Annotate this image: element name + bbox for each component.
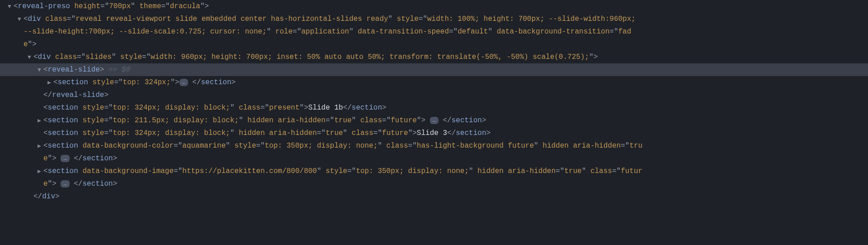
code-token: = [256, 142, 261, 150]
code-token: " [239, 116, 247, 125]
dom-row-6[interactable]: ▶<section style="top: 324px;">… </sectio… [0, 76, 868, 89]
code-token [274, 116, 278, 125]
dom-row-1[interactable]: ▼<div class="reveal reveal-viewport slid… [0, 13, 868, 25]
dom-row-4[interactable]: ▼<div class="slides" style="width: 960px… [0, 51, 868, 63]
code-token: style [235, 142, 256, 150]
dom-row-11[interactable]: ▶<section data-background-color="aquamar… [0, 139, 868, 152]
code-token: = [67, 15, 71, 23]
code-token: = [292, 28, 297, 36]
collapsed-children-icon[interactable]: … [430, 117, 439, 124]
expand-icon[interactable]: ▶ [36, 167, 42, 177]
code-token: --slide-height:700px; --slide-scale:0.72… [24, 28, 267, 36]
collapsed-children-icon[interactable]: … [179, 79, 188, 86]
code-token: style [82, 116, 104, 125]
collapse-icon[interactable]: ▼ [26, 53, 33, 63]
dom-row-8[interactable]: ▶<section style="top: 324px; display: bl… [0, 101, 868, 114]
code-token: " [226, 142, 234, 150]
dom-row-2[interactable]: ▶--slide-height:700px; --slide-scale:0.7… [0, 25, 868, 38]
dom-row-12[interactable]: ▶e"> … </section> [0, 152, 868, 165]
code-token: " [81, 53, 86, 61]
code-token: > [55, 192, 60, 201]
code-token: = [114, 78, 118, 86]
code-token: </ [343, 104, 352, 112]
code-token: > [486, 129, 491, 137]
collapse-icon[interactable]: ▼ [16, 14, 23, 25]
code-token: class [239, 104, 260, 112]
expand-icon[interactable]: ▶ [46, 78, 52, 88]
code-token: " [230, 129, 239, 137]
code-token: " [560, 167, 565, 175]
code-token [265, 129, 269, 137]
code-token: div [38, 53, 51, 61]
code-token: " [317, 167, 326, 175]
code-token: = [174, 167, 178, 175]
code-token: aria-hidden [269, 129, 317, 137]
code-token: e [43, 180, 48, 188]
no-toggle-icon: ▶ [36, 103, 42, 114]
code-token [504, 167, 508, 175]
code-token: top: 211.5px; display: block; [113, 116, 239, 125]
code-token: tru [629, 142, 642, 150]
dom-row-5[interactable]: ▼<reveal-slide> == $0 [0, 63, 868, 76]
dom-row-7[interactable]: ▶</reveal-slide> [0, 89, 868, 101]
code-token: top: 324px; display: block; [113, 129, 230, 137]
code-token: " [265, 104, 269, 112]
expand-icon[interactable]: ▶ [36, 116, 42, 126]
dom-row-9[interactable]: ▶<section style="top: 211.5px; display: … [0, 114, 868, 127]
collapsed-children-icon[interactable]: … [61, 155, 69, 162]
code-token: slides [85, 53, 112, 61]
code-token: data-background-image [82, 167, 174, 175]
code-token: < [43, 104, 48, 112]
code-token: reveal-slide [48, 66, 100, 74]
no-toggle-icon: ▶ [36, 129, 42, 139]
dom-row-14[interactable]: ▶e"> … </section> [0, 178, 868, 190]
code-token: section [48, 167, 78, 175]
code-token: > [594, 53, 598, 61]
code-token: " [108, 116, 113, 125]
collapse-icon[interactable]: ▼ [36, 65, 42, 76]
code-token: " [617, 167, 621, 175]
code-token: "> [408, 129, 417, 137]
expand-icon[interactable]: ▶ [36, 141, 42, 152]
code-token: section [352, 104, 382, 112]
code-token: class [590, 167, 612, 175]
code-token: " [488, 28, 496, 36]
collapsed-children-icon[interactable]: … [61, 180, 69, 187]
code-token: = [104, 116, 108, 125]
code-token: theme [139, 2, 161, 10]
dom-row-10[interactable]: ▶<section style="top: 324px; display: bl… [0, 127, 868, 139]
code-token: > [482, 116, 486, 125]
code-token: role [275, 28, 292, 36]
code-token: true [334, 116, 351, 125]
code-token: section [82, 180, 113, 188]
code-token: " [589, 53, 594, 61]
no-toggle-icon: ▶ [16, 40, 23, 50]
code-token: </ [70, 154, 83, 163]
dom-row-15[interactable]: ▶</div> [0, 190, 868, 203]
code-token: = [161, 2, 166, 10]
code-token [78, 142, 83, 150]
code-token: > [205, 2, 209, 10]
code-token: aria-hidden [573, 142, 621, 150]
code-token: section [201, 78, 231, 86]
code-token: " [352, 116, 360, 125]
code-token: " [131, 2, 139, 10]
dom-row-0[interactable]: ▼<reveal-preso height="700px" theme="dra… [0, 0, 868, 13]
collapse-icon[interactable]: ▼ [6, 2, 13, 12]
code-token: hidden [239, 129, 265, 137]
code-token: = [260, 104, 265, 112]
code-token: " [200, 2, 205, 10]
code-token: " [377, 129, 382, 137]
code-token: https://placekitten.com/800/800 [182, 167, 317, 175]
code-token: < [43, 142, 48, 150]
dom-row-3[interactable]: ▶e"> [0, 38, 868, 51]
dom-row-13[interactable]: ▶<section data-background-image="https:/… [0, 165, 868, 178]
code-token: style [82, 104, 104, 112]
code-token: </ [439, 116, 452, 125]
code-token: " [625, 142, 630, 150]
code-token: " [112, 53, 120, 61]
dom-tree: ▼<reveal-preso height="700px" theme="dra… [0, 0, 868, 203]
code-token: application [302, 28, 349, 36]
code-token: = [174, 142, 178, 150]
code-token [78, 129, 83, 137]
